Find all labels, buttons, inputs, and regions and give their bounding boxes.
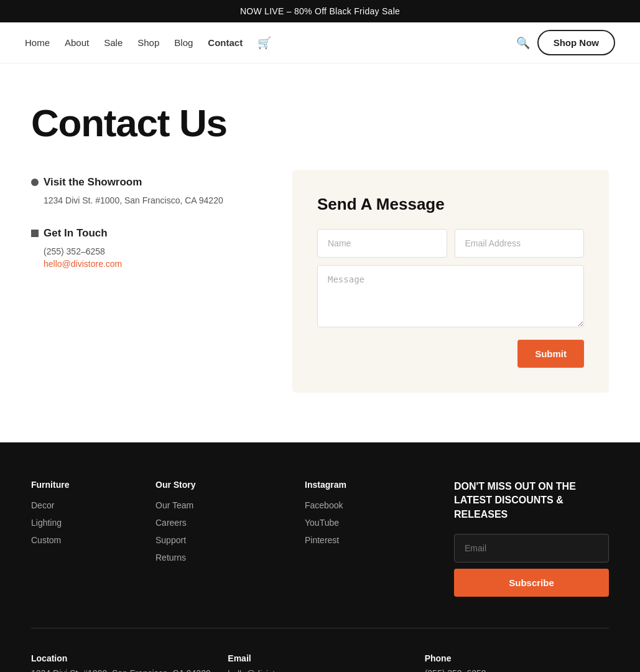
nav-shop[interactable]: Shop — [137, 37, 159, 48]
footer-link-pinterest[interactable]: Pinterest — [305, 535, 339, 545]
form-title: Send A Message — [317, 195, 584, 214]
footer-col2-links: Our Team Careers Support Returns — [155, 500, 280, 563]
list-item: Pinterest — [305, 534, 429, 546]
visit-address: 1234 Divi St. #1000, San Francisco, CA 9… — [31, 194, 267, 207]
phone-icon — [31, 230, 39, 237]
touch-phone: (255) 352–6258 — [31, 245, 267, 258]
visit-showroom-block: Visit the Showroom 1234 Divi St. #1000, … — [31, 176, 267, 207]
get-in-touch-block: Get In Touch (255) 352–6258 hello@divist… — [31, 227, 267, 268]
list-item: Facebook — [305, 500, 429, 511]
location-icon — [31, 179, 39, 186]
contact-grid: Visit the Showroom 1234 Divi St. #1000, … — [31, 170, 609, 393]
top-banner: NOW LIVE – 80% Off Black Friday Sale — [0, 0, 640, 22]
list-item: Careers — [155, 517, 280, 528]
submit-button[interactable]: Submit — [517, 340, 584, 368]
footer-email-block: Email hello@divistore.com — [228, 653, 412, 672]
message-field-wrapper — [317, 265, 584, 330]
touch-email[interactable]: hello@divistore.com — [31, 259, 267, 269]
footer-link-ourteam[interactable]: Our Team — [155, 500, 193, 510]
list-item: YouTube — [305, 517, 429, 528]
footer-bottom-info: Location 1234 Divi St. #1000, San Franci… — [31, 628, 609, 672]
main-nav: Home About Sale Shop Blog Contact 🛒 — [25, 36, 271, 50]
name-input[interactable] — [317, 229, 447, 258]
list-item: Returns — [155, 552, 280, 563]
subscribe-button[interactable]: Subscribe — [454, 569, 609, 597]
newsletter-heading: DON'T MISS OUT ON THE LATEST DISCOUNTS &… — [454, 480, 609, 521]
newsletter-email-input[interactable] — [454, 534, 609, 562]
footer-link-custom[interactable]: Custom — [31, 535, 61, 545]
nav-about[interactable]: About — [65, 37, 89, 48]
header-actions: 🔍 Shop Now — [516, 30, 615, 55]
footer-col3-links: Facebook YouTube Pinterest — [305, 500, 429, 546]
search-icon[interactable]: 🔍 — [516, 36, 530, 50]
list-item: Support — [155, 534, 280, 546]
footer-location-title: Location — [31, 653, 215, 663]
cart-icon[interactable]: 🛒 — [257, 36, 271, 50]
site-footer: Furniture Decor Lighting Custom Our Stor… — [0, 442, 640, 672]
footer-link-careers[interactable]: Careers — [155, 518, 187, 528]
shop-now-button[interactable]: Shop Now — [537, 30, 615, 55]
newsletter-section: DON'T MISS OUT ON THE LATEST DISCOUNTS &… — [454, 480, 609, 597]
footer-phone-block: Phone (255) 352–6258 — [425, 653, 609, 672]
footer-col-ourstory: Our Story Our Team Careers Support Retur… — [155, 480, 280, 597]
footer-col-furniture: Furniture Decor Lighting Custom — [31, 480, 131, 597]
footer-link-lighting[interactable]: Lighting — [31, 518, 62, 528]
footer-link-support[interactable]: Support — [155, 535, 186, 545]
page-title: Contact Us — [31, 101, 609, 145]
nav-home[interactable]: Home — [25, 37, 50, 48]
list-item: Decor — [31, 500, 131, 511]
email-input[interactable] — [455, 229, 585, 258]
list-item: Our Team — [155, 500, 280, 511]
site-header: Home About Sale Shop Blog Contact 🛒 🔍 Sh… — [0, 22, 640, 63]
contact-form-wrapper: Send A Message Submit — [292, 170, 609, 393]
footer-col3-title: Instagram — [305, 480, 429, 490]
contact-info-section: Visit the Showroom 1234 Divi St. #1000, … — [31, 170, 267, 393]
footer-location-block: Location 1234 Divi St. #1000, San Franci… — [31, 653, 215, 672]
footer-phone-value: (255) 352–6258 — [425, 668, 609, 672]
footer-location-address: 1234 Divi St. #1000, San Francisco, CA 9… — [31, 668, 215, 672]
footer-col-social: Instagram Facebook YouTube Pinterest — [305, 480, 429, 597]
footer-col1-title: Furniture — [31, 480, 131, 490]
footer-phone-title: Phone — [425, 653, 609, 663]
visit-title: Visit the Showroom — [31, 176, 267, 189]
footer-email-value[interactable]: hello@divistore.com — [228, 669, 306, 672]
list-item: Custom — [31, 534, 131, 546]
touch-title: Get In Touch — [31, 227, 267, 240]
nav-blog[interactable]: Blog — [174, 37, 193, 48]
footer-link-youtube[interactable]: YouTube — [305, 518, 339, 528]
footer-link-returns[interactable]: Returns — [155, 553, 186, 562]
footer-links-section: Furniture Decor Lighting Custom Our Stor… — [31, 480, 609, 597]
message-textarea[interactable] — [317, 265, 584, 327]
email-field-wrapper — [455, 229, 585, 258]
nav-sale[interactable]: Sale — [104, 37, 123, 48]
form-name-email-row — [317, 229, 584, 258]
footer-col2-title: Our Story — [155, 480, 280, 490]
banner-text: NOW LIVE – 80% Off Black Friday Sale — [240, 6, 400, 16]
main-content: Contact Us Visit the Showroom 1234 Divi … — [0, 63, 640, 442]
footer-link-decor[interactable]: Decor — [31, 500, 54, 510]
list-item: Lighting — [31, 517, 131, 528]
nav-contact[interactable]: Contact — [208, 37, 243, 48]
footer-email-title: Email — [228, 653, 412, 663]
name-field-wrapper — [317, 229, 447, 258]
footer-col1-links: Decor Lighting Custom — [31, 500, 131, 546]
footer-link-facebook[interactable]: Facebook — [305, 500, 343, 510]
